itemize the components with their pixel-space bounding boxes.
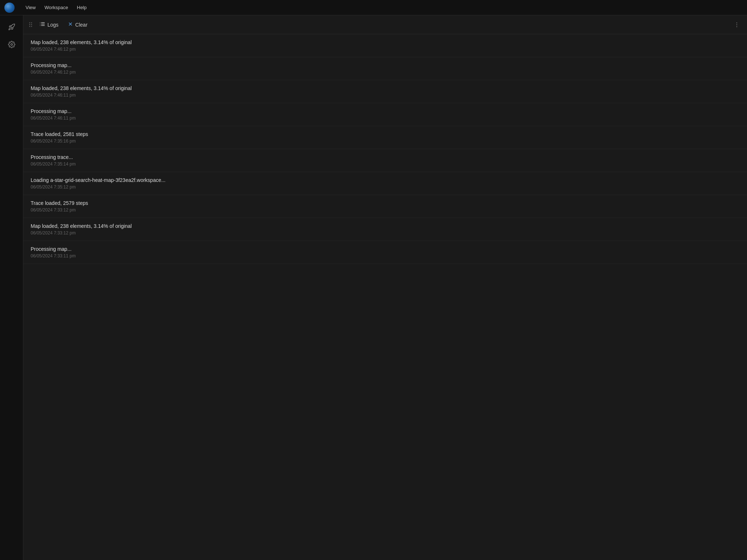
rocket-icon[interactable] xyxy=(4,20,19,34)
log-entry: Processing map...06/05/2024 7:33:11 pm xyxy=(23,241,747,264)
title-bar: View Workspace Help xyxy=(0,0,747,15)
log-message: Processing map... xyxy=(31,246,740,252)
logs-label: Logs xyxy=(47,22,58,28)
log-message: Trace loaded, 2581 steps xyxy=(31,131,740,137)
log-message: Map loaded, 238 elements, 3.14% of origi… xyxy=(31,85,740,91)
log-message: Loading a-star-grid-search-heat-map-3f23… xyxy=(31,177,740,183)
sidebar xyxy=(0,15,23,560)
log-list: Map loaded, 238 elements, 3.14% of origi… xyxy=(23,34,747,560)
log-entry: Map loaded, 238 elements, 3.14% of origi… xyxy=(23,80,747,103)
app-logo xyxy=(4,3,15,13)
log-entry: Trace loaded, 2581 steps06/05/2024 7:35:… xyxy=(23,126,747,149)
menu-item-workspace[interactable]: Workspace xyxy=(41,3,72,12)
log-message: Map loaded, 238 elements, 3.14% of origi… xyxy=(31,223,740,229)
log-entry: Map loaded, 238 elements, 3.14% of origi… xyxy=(23,34,747,57)
log-timestamp: 06/05/2024 7:46:12 pm xyxy=(31,47,740,52)
svg-point-0 xyxy=(11,44,12,46)
settings-icon[interactable] xyxy=(4,37,19,52)
log-entry: Processing map...06/05/2024 7:46:12 pm xyxy=(23,57,747,80)
logs-button[interactable]: Logs xyxy=(36,20,61,30)
log-timestamp: 06/05/2024 7:33:12 pm xyxy=(31,207,740,213)
log-entry: Trace loaded, 2579 steps06/05/2024 7:33:… xyxy=(23,195,747,218)
log-message: Processing map... xyxy=(31,108,740,114)
log-entry: Processing map...06/05/2024 7:46:11 pm xyxy=(23,103,747,126)
svg-point-10 xyxy=(736,24,737,25)
log-message: Trace loaded, 2579 steps xyxy=(31,200,740,206)
log-timestamp: 06/05/2024 7:35:12 pm xyxy=(31,184,740,190)
clear-label: Clear xyxy=(75,22,87,28)
clear-button[interactable]: Clear xyxy=(64,20,91,29)
log-entry: Map loaded, 238 elements, 3.14% of origi… xyxy=(23,218,747,241)
log-timestamp: 06/05/2024 7:35:14 pm xyxy=(31,162,740,167)
toolbar: Logs Clear xyxy=(23,15,747,34)
menu-bar: View Workspace Help xyxy=(22,3,90,12)
x-icon xyxy=(68,22,73,28)
main-layout: Logs Clear xyxy=(0,15,747,560)
log-timestamp: 06/05/2024 7:46:12 pm xyxy=(31,70,740,75)
log-entry: Processing trace...06/05/2024 7:35:14 pm xyxy=(23,149,747,172)
more-options-button[interactable] xyxy=(731,19,743,31)
menu-item-help[interactable]: Help xyxy=(73,3,90,12)
log-message: Processing trace... xyxy=(31,154,740,160)
content-area: Logs Clear xyxy=(23,15,747,560)
svg-point-11 xyxy=(736,26,737,27)
log-entry: Loading a-star-grid-search-heat-map-3f23… xyxy=(23,172,747,195)
log-timestamp: 06/05/2024 7:35:16 pm xyxy=(31,139,740,144)
log-timestamp: 06/05/2024 7:46:11 pm xyxy=(31,116,740,121)
svg-point-9 xyxy=(736,22,737,23)
log-timestamp: 06/05/2024 7:46:11 pm xyxy=(31,93,740,98)
log-message: Map loaded, 238 elements, 3.14% of origi… xyxy=(31,39,740,45)
list-icon xyxy=(39,21,45,28)
log-message: Processing map... xyxy=(31,62,740,68)
log-timestamp: 06/05/2024 7:33:11 pm xyxy=(31,253,740,258)
drag-handle[interactable] xyxy=(28,21,34,28)
menu-item-view[interactable]: View xyxy=(22,3,39,12)
log-timestamp: 06/05/2024 7:33:12 pm xyxy=(31,230,740,236)
